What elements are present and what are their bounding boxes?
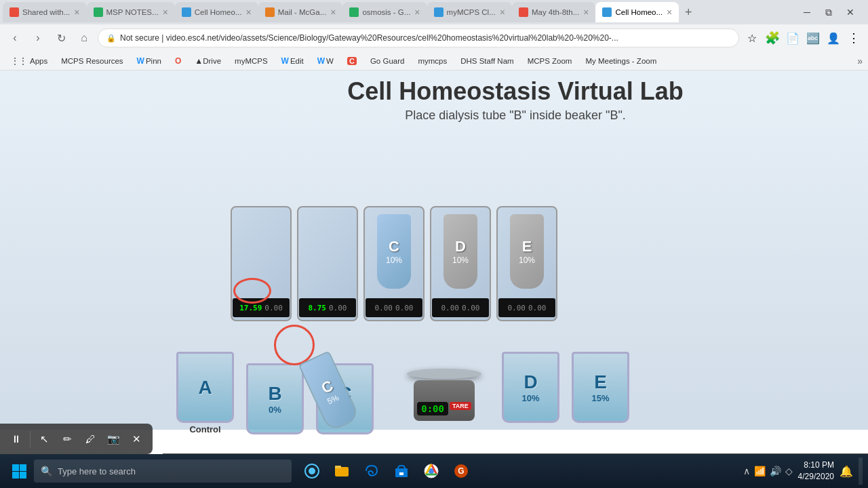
tare-button[interactable]: TARE bbox=[450, 402, 471, 410]
extension-icon1[interactable]: 🧩 bbox=[764, 29, 781, 47]
show-desktop[interactable] bbox=[859, 458, 863, 485]
tab-close-may4th[interactable]: × bbox=[583, 7, 589, 18]
notification-icon[interactable]: 🔔 bbox=[840, 465, 853, 478]
ann-pause-button[interactable]: ⏸ bbox=[7, 429, 24, 449]
beaker-container-b[interactable]: B 0% bbox=[246, 363, 304, 434]
bookmark-pinn[interactable]: W Pinn bbox=[132, 55, 167, 67]
taskbar-search[interactable]: 🔍 Type here to search bbox=[34, 460, 292, 483]
ann-pencil-button[interactable]: ✏ bbox=[59, 429, 77, 449]
new-tab-button[interactable]: + bbox=[679, 3, 698, 22]
tab-close-cellhome1[interactable]: × bbox=[245, 7, 251, 18]
reload-button[interactable]: ↻ bbox=[52, 28, 71, 47]
bench-scale[interactable]: 0:00 TARE bbox=[400, 369, 488, 421]
taskbar-explorer[interactable] bbox=[328, 458, 355, 485]
scale-box-2[interactable]: 8.75 0.00 bbox=[297, 206, 358, 321]
taskbar-app-extra[interactable]: G bbox=[448, 458, 475, 485]
extension-icon3[interactable]: 🔤 bbox=[804, 29, 822, 47]
ann-camera-button[interactable]: 📷 bbox=[105, 429, 123, 449]
scale-box-c[interactable]: C 10% 0.00 0.00 bbox=[363, 206, 425, 321]
bookmark-edit[interactable]: W Edit bbox=[276, 55, 309, 67]
tab-shared[interactable]: Shared with... × bbox=[3, 2, 87, 22]
ann-cursor-button[interactable]: ↖ bbox=[36, 429, 54, 449]
annotation-toolbar: ⏸ ↖ ✏ 🖊 📷 ✕ bbox=[0, 424, 153, 454]
system-clock[interactable]: 8:10 PM 4/29/2020 bbox=[798, 460, 834, 483]
browser-toolbar-icons: ☆ 🧩 📄 🔤 👤 ⋮ bbox=[743, 29, 863, 47]
tab-msp[interactable]: MSP NOTES... × bbox=[87, 2, 175, 22]
tab-close-cellhome2[interactable]: × bbox=[667, 7, 672, 18]
bookmark-goguard-label: Go Guard bbox=[370, 57, 405, 65]
profile-icon[interactable]: 👤 bbox=[825, 29, 842, 47]
bookmark-o365[interactable]: O bbox=[170, 55, 186, 67]
bookmark-w[interactable]: W W bbox=[312, 55, 339, 67]
beaker-e[interactable]: E 15% bbox=[572, 352, 629, 423]
tab-label-osmosis: osmosis - G... bbox=[362, 8, 410, 16]
taskbar-chrome[interactable] bbox=[418, 458, 445, 485]
clock-time: 8:10 PM bbox=[798, 460, 834, 471]
close-button[interactable]: ✕ bbox=[841, 3, 860, 22]
bookmark-goguard[interactable]: Go Guard bbox=[365, 56, 410, 66]
taskbar-edge[interactable] bbox=[358, 458, 385, 485]
bookmark-dhs[interactable]: DHS Staff Nam bbox=[455, 56, 519, 66]
tab-mail[interactable]: Mail - McGa... × bbox=[258, 2, 343, 22]
start-button[interactable] bbox=[5, 458, 33, 485]
scale-val2-d: 0.00 bbox=[462, 304, 480, 312]
bookmark-zoom[interactable]: MCPS Zoom bbox=[522, 56, 578, 66]
scale-box-d[interactable]: D 10% 0.00 0.00 bbox=[430, 206, 491, 321]
taskbar-store[interactable] bbox=[388, 458, 415, 485]
bookmark-mymcps[interactable]: myMCPS bbox=[229, 56, 273, 66]
maximize-button[interactable]: ⧉ bbox=[819, 3, 838, 22]
scale-display-d: 0.00 0.00 bbox=[432, 298, 489, 317]
tab-close-mymcps[interactable]: × bbox=[500, 7, 505, 18]
tab-close-osmosis[interactable]: × bbox=[414, 7, 420, 18]
bookmark-c[interactable]: C bbox=[342, 56, 362, 66]
beaker-b[interactable]: B 0% bbox=[246, 363, 304, 434]
tab-osmosis[interactable]: osmosis - G... × bbox=[342, 2, 427, 22]
tab-favicon-may4th bbox=[519, 7, 528, 17]
bookmark-mcps[interactable]: MCPS Resources bbox=[56, 56, 128, 66]
forward-button[interactable]: › bbox=[28, 28, 47, 47]
w-icon: W bbox=[317, 56, 325, 66]
extension-icon2[interactable]: 📄 bbox=[784, 29, 802, 47]
scale-val1-d: 0.00 bbox=[441, 304, 460, 312]
system-tray: ∧ 📶 🔊 ◇ bbox=[743, 466, 793, 476]
tab-cellhome1[interactable]: Cell Homeo... × bbox=[175, 2, 258, 22]
tab-mymcps[interactable]: myMCPS Cl... × bbox=[427, 2, 512, 22]
bookmark-meetings[interactable]: My Meetings - Zoom bbox=[580, 56, 662, 66]
bookmark-mymcps2[interactable]: mymcps bbox=[412, 56, 452, 66]
tab-may4th[interactable]: May 4th-8th... × bbox=[512, 2, 596, 22]
tab-favicon-mail bbox=[265, 7, 275, 17]
ann-highlight-button[interactable]: 🖊 bbox=[82, 429, 100, 449]
file-explorer-icon bbox=[334, 463, 350, 479]
volume-icon[interactable]: 🔊 bbox=[770, 466, 781, 476]
menu-icon[interactable]: ⋮ bbox=[845, 29, 863, 47]
address-bar[interactable]: 🔒 Not secure | video.esc4.net/video/asse… bbox=[98, 28, 739, 47]
scale-box-1[interactable]: 17.59 0.00 bbox=[231, 206, 292, 321]
tab-close-shared[interactable]: × bbox=[74, 7, 79, 18]
tab-close-mail[interactable]: × bbox=[330, 7, 336, 18]
tab-close-msp[interactable]: × bbox=[163, 7, 168, 18]
taskbar-cortana[interactable] bbox=[298, 458, 326, 485]
ann-close-button[interactable]: ✕ bbox=[128, 429, 146, 449]
bookmark-apps[interactable]: ⋮⋮ Apps bbox=[5, 55, 53, 67]
back-button[interactable]: ‹ bbox=[5, 28, 24, 47]
star-icon[interactable]: ☆ bbox=[743, 29, 761, 47]
bookmarks-more-icon[interactable]: » bbox=[857, 56, 863, 66]
beaker-container-e[interactable]: E 15% bbox=[572, 352, 629, 423]
network-icon[interactable]: 📶 bbox=[754, 466, 766, 476]
bookmark-mymcps2-label: mymcps bbox=[418, 57, 447, 65]
bookmark-drive[interactable]: ▲ Drive bbox=[189, 55, 226, 67]
scale-box-e[interactable]: E 10% 0.00 0.00 bbox=[496, 206, 557, 321]
minimize-button[interactable]: ─ bbox=[797, 3, 816, 22]
beaker-container-d[interactable]: D 10% bbox=[502, 352, 559, 423]
tab-cellhome2[interactable]: Cell Homeo... × bbox=[595, 2, 679, 22]
c-icon: C bbox=[347, 57, 357, 65]
scale-val1-1: 17.59 bbox=[239, 304, 262, 312]
tray-arrow-icon[interactable]: ∧ bbox=[743, 466, 750, 476]
dropbox-icon[interactable]: ◇ bbox=[785, 466, 793, 476]
scale-plate bbox=[407, 369, 481, 379]
tab-label-cellhome2: Cell Homeo... bbox=[615, 8, 663, 16]
beaker-a[interactable]: A bbox=[176, 352, 234, 423]
beaker-container-a[interactable]: A Control bbox=[176, 352, 234, 434]
home-button[interactable]: ⌂ bbox=[75, 28, 94, 47]
beaker-d[interactable]: D 10% bbox=[502, 352, 559, 423]
